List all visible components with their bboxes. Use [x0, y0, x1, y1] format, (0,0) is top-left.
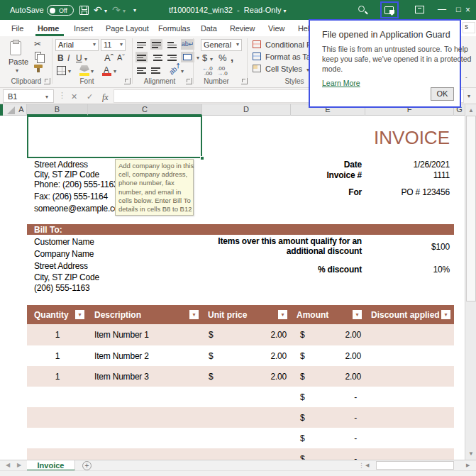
col-header-a[interactable]: A — [16, 104, 27, 116]
col-header-c[interactable]: C — [88, 104, 202, 116]
paste-caret-icon[interactable]: ▾ — [16, 67, 18, 74]
tab-page-layout[interactable]: Page Layout — [106, 24, 149, 33]
percent-style-icon[interactable]: % — [218, 52, 227, 63]
bold-button[interactable]: B — [57, 53, 64, 63]
tab-formulas[interactable]: Formulas — [158, 24, 190, 33]
sheet-nav-right-icon[interactable]: ▶ — [17, 462, 21, 468]
cell-date-value[interactable]: 1/26/2021 — [355, 160, 450, 170]
cell-unit-cur[interactable]: $ — [209, 351, 213, 361]
tab-home[interactable]: Home — [38, 24, 59, 33]
undo-icon[interactable]: ↶ — [94, 4, 102, 16]
save-icon[interactable] — [79, 6, 89, 15]
cell-company-phone[interactable]: Phone: (206) 555-1163 — [34, 179, 118, 189]
col-discount-applied-label[interactable]: Discount applied — [371, 310, 440, 320]
cancel-icon[interactable]: ✕ — [71, 92, 77, 101]
scroll-down-icon[interactable]: ▼ — [465, 450, 476, 457]
cell-invoice-no-value[interactable]: 1111 — [355, 170, 450, 180]
cell-styles-button[interactable]: Cell Styles — [265, 65, 302, 73]
fill-color-caret-icon[interactable]: ▾ — [91, 68, 94, 74]
cell-amt[interactable]: 2.00 — [314, 351, 361, 361]
cell-unit[interactable]: 2.00 — [240, 351, 287, 361]
horizontal-scroll-thumb[interactable] — [376, 461, 454, 470]
cell-unit[interactable]: 2.00 — [240, 330, 287, 340]
cell-desc[interactable]: Item Number 2 — [94, 351, 149, 361]
borders-caret-icon[interactable]: ▾ — [68, 68, 71, 74]
cell-qty[interactable]: 1 — [27, 330, 88, 340]
qat-customize-icon[interactable]: ▾ — [133, 7, 136, 13]
selection-fill-handle[interactable] — [200, 156, 204, 160]
borders-icon[interactable] — [57, 66, 66, 75]
maximize-button[interactable]: □ — [456, 5, 461, 13]
splitter-dots[interactable]: ⋮ — [358, 462, 365, 469]
formula-bar-expand-icon[interactable]: ▾ — [467, 93, 470, 99]
search-icon[interactable] — [358, 6, 365, 12]
decrease-indent-icon[interactable] — [137, 66, 146, 73]
col-amount-label[interactable]: Amount — [297, 310, 328, 320]
cell-percent-value[interactable]: 10% — [369, 265, 450, 275]
copy-icon[interactable] — [35, 52, 41, 60]
scroll-left-icon[interactable]: ◀ — [365, 463, 369, 468]
new-sheet-icon[interactable]: + — [82, 461, 92, 470]
scroll-right-icon[interactable]: ▶ — [466, 463, 470, 468]
filter-description-icon[interactable]: ▾ — [189, 310, 199, 319]
cell-discount-note-2[interactable]: additional discount — [163, 246, 362, 256]
cell-company-street[interactable]: Street Address — [34, 160, 88, 170]
cell-amt-cur[interactable]: $ — [300, 454, 304, 460]
ok-button[interactable]: OK — [431, 87, 454, 101]
number-dialog-launcher[interactable] — [241, 78, 248, 84]
ribbon-display-options-icon[interactable] — [415, 6, 424, 13]
clipboard-dialog-launcher[interactable] — [44, 78, 50, 84]
cell-unit-cur[interactable]: $ — [209, 372, 213, 382]
cell-bill-phone[interactable]: (206) 555-1163 — [34, 283, 89, 293]
close-button[interactable]: × — [465, 5, 470, 15]
increase-decimal-icon[interactable]: ←.0.00 — [202, 66, 213, 76]
bill-to-label[interactable]: Bill To: — [34, 225, 62, 235]
cell-unit-cur[interactable]: $ — [209, 330, 213, 340]
decrease-decimal-icon[interactable]: .00→.0 — [217, 66, 228, 76]
align-right-icon[interactable] — [167, 53, 177, 60]
font-dialog-launcher[interactable] — [124, 78, 131, 84]
cell-customer-name[interactable]: Customer Name — [34, 237, 94, 247]
cell-unit[interactable]: 2.00 — [240, 372, 287, 382]
cell-company-email[interactable]: someone@example.com — [34, 204, 126, 214]
cell-for-value[interactable]: PO # 123456 — [355, 187, 450, 197]
application-guard-button[interactable] — [380, 1, 399, 18]
cell-amt-cur[interactable]: $ — [300, 372, 304, 382]
autosave-toggle[interactable]: Off — [47, 5, 74, 16]
cell-date-label[interactable]: Date — [270, 160, 362, 170]
increase-font-icon[interactable]: Aˆ — [104, 52, 114, 63]
col-header-d[interactable]: D — [202, 104, 291, 116]
cell-amt[interactable]: - — [314, 392, 357, 402]
align-bottom-icon[interactable] — [167, 40, 177, 48]
underline-caret-icon[interactable]: ▾ — [84, 56, 87, 62]
cell-for-label[interactable]: For — [270, 187, 362, 197]
cell-amt[interactable]: 2.00 — [314, 372, 361, 382]
font-size-combo[interactable]: 11▾ — [101, 39, 126, 51]
comma-style-icon[interactable]: , — [231, 51, 233, 63]
tab-view[interactable]: View — [268, 24, 284, 33]
undo-caret-icon[interactable]: ▾ — [104, 8, 107, 14]
cell-amt-cur[interactable]: $ — [300, 392, 304, 402]
font-color-caret-icon[interactable]: ▾ — [114, 68, 116, 74]
collapse-ribbon-icon[interactable]: ˆ — [465, 76, 467, 82]
font-name-combo[interactable]: Arial▾ — [55, 39, 99, 51]
tab-insert[interactable]: Insert — [74, 24, 93, 33]
cell-company-name[interactable]: Company Name — [34, 249, 94, 259]
orientation-caret-icon[interactable]: ▾ — [181, 68, 184, 74]
accounting-caret-icon[interactable]: ▾ — [210, 56, 213, 62]
insert-function-icon[interactable]: fx — [102, 92, 109, 103]
cell-bill-street[interactable]: Street Address — [34, 261, 88, 271]
accounting-format-icon[interactable]: $ — [202, 52, 207, 63]
enter-icon[interactable]: ✓ — [87, 92, 93, 101]
tab-data[interactable]: Data — [201, 24, 217, 33]
filter-amount-icon[interactable]: ▾ — [353, 310, 362, 319]
cell-desc[interactable]: Item Number 3 — [94, 372, 149, 382]
filter-unit-price-icon[interactable]: ▾ — [278, 310, 287, 319]
cell-amt[interactable]: - — [314, 433, 357, 443]
fill-color-icon[interactable] — [79, 65, 89, 72]
paste-icon[interactable] — [10, 41, 21, 55]
filter-quantity-icon[interactable]: ▾ — [75, 310, 84, 319]
name-box-splitter[interactable]: ⋮ — [58, 91, 66, 100]
cell-invoice-no-label[interactable]: Invoice # — [270, 170, 362, 180]
underline-button[interactable]: U — [76, 53, 82, 63]
